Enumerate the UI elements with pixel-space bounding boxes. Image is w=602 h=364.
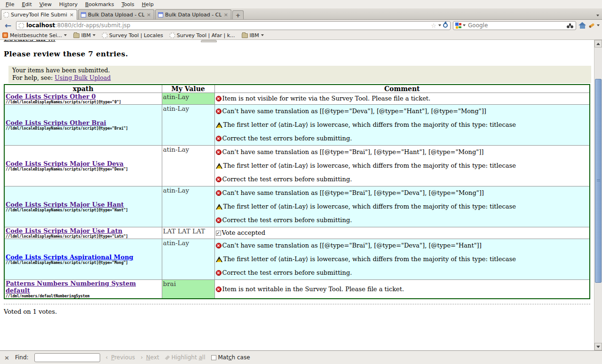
menu-tools[interactable]: Tools bbox=[118, 0, 138, 8]
match-case-toggle[interactable]: Match case bbox=[211, 354, 250, 361]
most-visited-icon bbox=[2, 32, 8, 38]
comment-text: The first letter of ⟨atin-Lay⟩ is lowerc… bbox=[223, 121, 516, 129]
chevron-down-icon bbox=[93, 34, 95, 36]
tab-title: SurveyTool File Submission | ... bbox=[11, 12, 67, 18]
error-icon: × bbox=[216, 190, 222, 196]
reload-icon[interactable] bbox=[443, 23, 448, 28]
highlight-all-label: Highlight all bbox=[171, 354, 205, 361]
search-bar[interactable] bbox=[453, 21, 576, 30]
binoculars-icon[interactable] bbox=[567, 23, 574, 28]
toolbar-overflow-chevron-icon[interactable] bbox=[597, 24, 600, 26]
notice-line2: For help, see: Using Bulk Upload bbox=[12, 74, 587, 82]
warning-icon: ! bbox=[216, 122, 222, 128]
new-tab-button[interactable]: + bbox=[232, 10, 244, 19]
site-favicon-placeholder bbox=[19, 23, 24, 28]
bookmark-item-2[interactable]: IBM bbox=[73, 32, 95, 39]
find-input[interactable] bbox=[34, 353, 100, 362]
comment-cell: ×Can't have same translation as [[@type=… bbox=[214, 186, 590, 227]
bookmark-item-4[interactable]: Survey Tool | Afar | k... bbox=[170, 32, 235, 39]
column-header-my-value: My Value bbox=[162, 85, 214, 93]
my-value-cell: atin-Lay bbox=[162, 186, 214, 227]
bookmark-item-1[interactable]: Meistbesuchte Sei... bbox=[2, 32, 67, 39]
scrollbar-thumb[interactable] bbox=[595, 79, 602, 283]
comment-cell: ×Item is not writable in the Survey Tool… bbox=[214, 280, 590, 299]
tab-close-icon[interactable]: × bbox=[69, 12, 74, 18]
column-header-xpath: xpath bbox=[4, 85, 162, 93]
tab-title: Bulk Data Upload - CLDR - Un... bbox=[165, 12, 222, 18]
error-icon: × bbox=[216, 136, 222, 141]
menu-help[interactable]: Help bbox=[138, 0, 158, 8]
chevron-down-icon bbox=[261, 34, 264, 36]
scroll-down-button[interactable] bbox=[594, 343, 602, 350]
xpath-link[interactable]: Patterns Numbers Numbering System defaul… bbox=[6, 280, 136, 294]
table-body: Code Lists Scripts Other 0//ldml/localeD… bbox=[4, 93, 590, 299]
vertical-scrollbar[interactable] bbox=[594, 40, 602, 350]
menu-history[interactable]: History bbox=[55, 0, 81, 8]
highlight-all-button[interactable]: Highlight all bbox=[165, 354, 205, 361]
comment-cell: ×Item is not visible for write via the S… bbox=[214, 93, 590, 105]
menu-file[interactable]: File bbox=[2, 0, 18, 8]
xpath-cell: Patterns Numbers Numbering System defaul… bbox=[4, 280, 162, 299]
error-icon: × bbox=[216, 287, 222, 292]
tab-overflow-chevron-icon[interactable] bbox=[596, 15, 599, 16]
tab-2[interactable]: Bulk Data Upload - CLDR - Un...× bbox=[78, 9, 154, 19]
bookmark-label: IBM bbox=[250, 32, 259, 39]
xpath-path: //ldml/localeDisplayNames/scripts/script… bbox=[6, 208, 161, 212]
menu-bookmarks[interactable]: Bookmarks bbox=[81, 0, 118, 8]
table-row: Patterns Numbers Numbering System defaul… bbox=[4, 280, 590, 299]
match-case-checkbox[interactable] bbox=[211, 355, 216, 360]
url-dropdown-chevron-icon[interactable] bbox=[438, 24, 441, 26]
bookmark-label: Survey Tool | Afar | k... bbox=[177, 32, 235, 39]
search-engine-chevron-icon[interactable] bbox=[463, 24, 466, 26]
folder-icon bbox=[73, 33, 79, 38]
find-next-button[interactable]: › Next bbox=[141, 354, 159, 361]
warning-icon: ! bbox=[216, 204, 222, 209]
table-header-row: xpathMy ValueComment bbox=[4, 85, 590, 93]
home-icon[interactable] bbox=[578, 22, 586, 29]
menu-view[interactable]: View bbox=[36, 0, 55, 8]
scroll-up-arrow-icon bbox=[596, 43, 600, 45]
xpath-link[interactable]: Code Lists Scripts Major Use Latn bbox=[6, 227, 122, 234]
placeholder-favicon bbox=[4, 12, 9, 17]
tab-close-icon[interactable]: × bbox=[223, 12, 229, 18]
back-button[interactable]: ← bbox=[2, 21, 14, 31]
xpath-link[interactable]: Code Lists Scripts Major Use Hant bbox=[6, 201, 124, 208]
xpath-cell: Code Lists Scripts Major Use Hant//ldml/… bbox=[4, 186, 162, 227]
xpath-link[interactable]: Code Lists Scripts Other Brai bbox=[6, 119, 106, 126]
my-value-cell: atin-Lay bbox=[162, 93, 214, 105]
error-icon: × bbox=[216, 270, 222, 276]
find-previous-button[interactable]: ‹ Previous bbox=[106, 354, 135, 361]
table-row: Code Lists Scripts Major Use Latn//ldml/… bbox=[4, 227, 590, 239]
find-close-icon[interactable]: × bbox=[4, 354, 9, 361]
search-input[interactable] bbox=[467, 22, 565, 29]
xpath-link[interactable]: Code Lists Scripts Aspirational Mong bbox=[6, 254, 133, 261]
clipped-heading: Locales an ... bbox=[4, 40, 594, 44]
xpath-path: //ldml/localeDisplayNames/scripts/script… bbox=[6, 126, 161, 131]
comment-text: Vote accepted bbox=[222, 229, 266, 237]
tab-1[interactable]: SurveyTool File Submission | ...× bbox=[1, 9, 77, 20]
tab-close-icon[interactable]: × bbox=[146, 12, 151, 18]
using-bulk-upload-link[interactable]: Using Bulk Upload bbox=[55, 74, 111, 81]
bookmark-star-icon[interactable]: ☆ bbox=[431, 23, 436, 29]
xpath-cell: Code Lists Scripts Other 0//ldml/localeD… bbox=[4, 93, 162, 105]
xpath-link[interactable]: Code Lists Scripts Major Use Deva bbox=[6, 160, 124, 167]
bookmark-item-5[interactable]: IBM bbox=[242, 32, 264, 39]
tab-bar: SurveyTool File Submission | ...×Bulk Da… bbox=[0, 8, 602, 20]
menu-edit[interactable]: Edit bbox=[18, 0, 35, 8]
url-text: localhost:8080/cldr-apps/submit.jsp bbox=[26, 22, 130, 29]
page-favicon bbox=[158, 12, 163, 17]
error-icon: × bbox=[216, 217, 222, 223]
brush-icon[interactable] bbox=[589, 23, 595, 28]
url-bar[interactable]: localhost:8080/cldr-apps/submit.jsp ☆ bbox=[16, 21, 451, 30]
bookmark-item-3[interactable]: Survey Tool | Locales bbox=[102, 32, 163, 39]
xpath-link[interactable]: Code Lists Scripts Other 0 bbox=[6, 93, 96, 100]
comment-text: Can't have same translation as [[@type="… bbox=[222, 148, 484, 156]
comment-text: Correct the test errors before submittin… bbox=[222, 176, 352, 183]
votes-summary: Voted on 1 votes. bbox=[4, 308, 594, 315]
my-value-cell: brai bbox=[162, 280, 214, 299]
bookmarks-bar: Meistbesuchte Sei...IBMSurvey Tool | Loc… bbox=[0, 31, 602, 40]
xpath-path: //ldml/localeDisplayNames/scripts/script… bbox=[6, 100, 161, 104]
review-table: xpathMy ValueComment Code Lists Scripts … bbox=[4, 84, 590, 299]
scroll-up-button[interactable] bbox=[594, 40, 602, 47]
tab-3[interactable]: Bulk Data Upload - CLDR - Un...× bbox=[155, 9, 231, 19]
